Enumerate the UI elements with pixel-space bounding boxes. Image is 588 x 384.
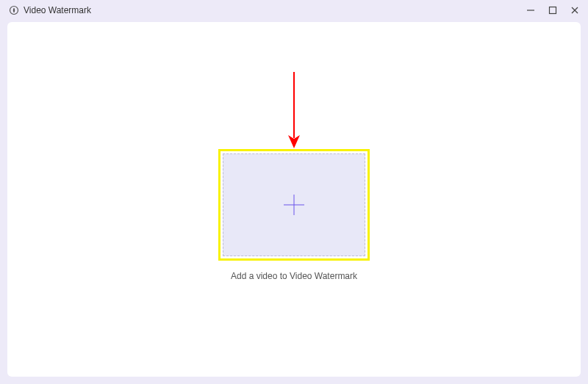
add-video-dropzone[interactable] <box>223 153 365 256</box>
minimize-button[interactable] <box>525 4 537 16</box>
svg-rect-2 <box>550 7 556 14</box>
titlebar-left: Video Watermark <box>9 5 91 15</box>
app-window: Video Watermark <box>0 0 588 384</box>
titlebar: Video Watermark <box>0 0 588 21</box>
app-title: Video Watermark <box>24 5 91 15</box>
close-button[interactable] <box>569 4 581 16</box>
content-area: Add a video to Video Watermark <box>7 22 581 377</box>
arrow-annotation-icon <box>285 70 303 153</box>
drop-zone-wrapper: Add a video to Video Watermark <box>218 149 370 281</box>
highlight-box <box>218 149 370 261</box>
drop-zone-label: Add a video to Video Watermark <box>231 271 357 281</box>
svg-marker-6 <box>288 135 300 148</box>
app-logo-icon <box>9 5 19 15</box>
maximize-button[interactable] <box>547 4 559 16</box>
window-controls <box>525 4 581 16</box>
plus-icon <box>281 192 307 218</box>
